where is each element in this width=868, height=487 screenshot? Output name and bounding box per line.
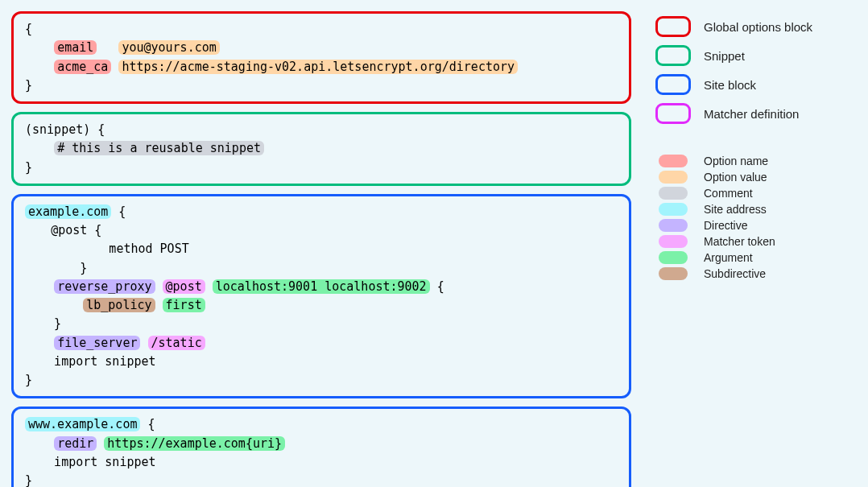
legend-row: Subdirective [655,267,857,280]
legend-swatch-pill [659,155,688,167]
legend-label: Option name [704,155,768,167]
brace-close: } [25,78,32,93]
import-line: import snippet [25,455,156,469]
directive-file-server: file_server [54,336,140,350]
brace-close: } [25,316,61,331]
argument-upstreams: localhost:9001 localhost:9002 [213,279,430,294]
snippet-head: (snippet) { [25,122,105,137]
legend-swatch-border [655,74,691,95]
matcher-definition-block: @post { method POST } [51,221,196,278]
argument-first: first [163,298,205,312]
site-address-2: www.example.com [25,417,140,431]
directive-redir: redir [54,436,97,451]
matcher-body: method POST [51,241,189,256]
legend-swatch-pill [659,235,688,248]
brace-open: { [140,417,155,431]
legend-label: Argument [704,251,753,264]
legend-label: Comment [704,187,753,200]
site-address-1: example.com [25,204,111,219]
legend-row: Global options block [655,16,857,37]
legend-swatch-pill [659,203,688,216]
brace-close: } [25,373,32,387]
legend-column: Global options blockSnippetSite blockMat… [655,11,857,476]
legend-label: Option value [704,171,767,184]
legend-label: Matcher definition [704,107,799,121]
legend-row: Argument [655,251,857,264]
legend-label: Subdirective [704,267,766,280]
option-name-email: email [54,40,97,55]
legend-row: Option value [655,171,857,184]
directive-reverse-proxy: reverse_proxy [54,279,155,294]
brace-close: } [25,473,32,487]
brace-open: { [111,204,126,219]
legend-swatch-pill [659,251,688,264]
legend-row: Matcher definition [655,103,857,124]
argument-redir-url: https://example.com{uri} [104,436,285,451]
snippet-block: (snippet) { # this is a reusable snippet… [11,112,631,186]
legend-row: Site block [655,74,857,95]
option-value-acmeca: https://acme-staging-v02.api.letsencrypt… [118,60,518,74]
legend-label: Snippet [704,49,745,63]
subdirective-lbpolicy: lb_policy [83,298,155,312]
legend-swatch-pill [659,171,688,184]
matcher-open: @post { [51,223,101,237]
legend-row: Matcher token [655,235,857,248]
legend-row: Site address [655,203,857,216]
snippet-comment: # this is a reusable snippet [54,141,264,155]
legend-swatch-border [655,16,691,37]
legend-label: Site block [704,78,756,92]
import-line: import snippet [25,354,156,369]
legend-row: Snippet [655,45,857,66]
legend-label: Global options block [704,20,812,34]
legend-row: Comment [655,187,857,200]
legend-swatch-pill [659,267,688,280]
option-value-email: you@yours.com [118,40,219,55]
legend-label: Site address [704,203,767,216]
global-options-block: { email you@yours.com acme_ca https://ac… [11,11,631,104]
brace-open: { [25,22,32,36]
legend-swatch-pill [659,219,688,232]
brace-close: } [25,160,32,175]
legend-swatch-pill [659,187,688,200]
legend-border-group: Global options blockSnippetSite blockMat… [655,16,857,124]
legend-label: Directive [704,219,747,232]
legend-row: Option name [655,155,857,167]
site-block-1: example.com { @post { method POST } reve… [11,194,631,399]
brace-open: { [430,279,444,294]
matcher-close: } [51,261,87,275]
legend-swatch-border [655,45,691,66]
legend-pill-group: Option nameOption valueCommentSite addre… [655,155,857,280]
option-name-acmeca: acme_ca [54,60,111,74]
legend-label: Matcher token [704,235,775,248]
matcher-token-post: @post [163,279,205,294]
code-column: { email you@yours.com acme_ca https://ac… [11,11,631,476]
legend-row: Directive [655,219,857,232]
legend-swatch-border [655,103,691,124]
site-block-2: www.example.com { redir https://example.… [11,407,631,487]
matcher-token-static: /static [148,336,205,350]
